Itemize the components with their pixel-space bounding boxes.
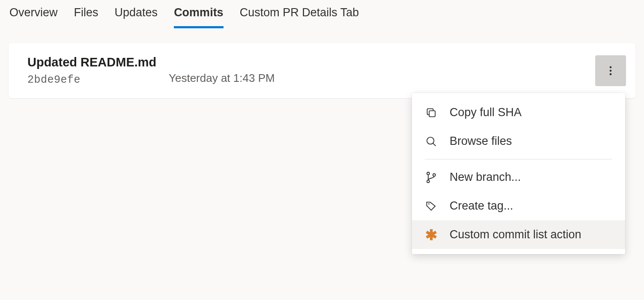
svg-point-7 (427, 180, 429, 183)
svg-rect-3 (429, 111, 435, 117)
menu-custom-commit-action[interactable]: ✱ Custom commit list action (412, 220, 625, 249)
tab-commits[interactable]: Commits (174, 6, 224, 28)
svg-point-6 (427, 172, 429, 174)
pr-tabs: Overview Files Updates Commits Custom PR… (0, 0, 644, 28)
menu-item-label: Custom commit list action (450, 228, 581, 241)
tab-overview[interactable]: Overview (9, 6, 58, 28)
commit-title: Updated README.md (27, 55, 169, 69)
menu-item-label: Copy full SHA (450, 106, 522, 119)
menu-item-label: Browse files (450, 135, 512, 148)
tab-updates[interactable]: Updates (115, 6, 158, 28)
menu-item-label: Create tag... (450, 199, 513, 213)
tag-icon (425, 200, 438, 213)
menu-divider (425, 159, 612, 159)
svg-line-5 (433, 143, 435, 146)
svg-point-4 (427, 137, 434, 144)
svg-point-1 (610, 70, 612, 72)
svg-point-8 (433, 174, 435, 176)
commit-sha: 2bde9efe (27, 74, 169, 86)
tab-custom-pr-details[interactable]: Custom PR Details Tab (240, 6, 359, 28)
svg-point-9 (428, 203, 429, 204)
tab-files[interactable]: Files (74, 6, 98, 28)
branch-icon (425, 171, 438, 184)
menu-copy-full-sha[interactable]: Copy full SHA (412, 98, 625, 127)
more-vertical-icon (605, 65, 617, 77)
menu-create-tag[interactable]: Create tag... (412, 192, 625, 220)
copy-icon (425, 106, 438, 119)
svg-point-2 (610, 73, 612, 75)
svg-point-0 (610, 66, 612, 69)
menu-browse-files[interactable]: Browse files (412, 127, 625, 156)
asterisk-icon: ✱ (425, 228, 438, 241)
search-icon (425, 135, 438, 148)
commit-actions-menu: Copy full SHA Browse files New branch... (412, 93, 625, 254)
commit-list-item: Updated README.md 2bde9efe Yesterday at … (9, 43, 635, 98)
commit-info: Updated README.md 2bde9efe (27, 55, 169, 86)
menu-new-branch[interactable]: New branch... (412, 163, 625, 192)
menu-item-label: New branch... (450, 171, 521, 184)
commit-timestamp: Yesterday at 1:43 PM (169, 72, 275, 85)
commit-time-wrap: Yesterday at 1:43 PM (169, 56, 275, 86)
more-actions-button[interactable] (595, 55, 626, 86)
